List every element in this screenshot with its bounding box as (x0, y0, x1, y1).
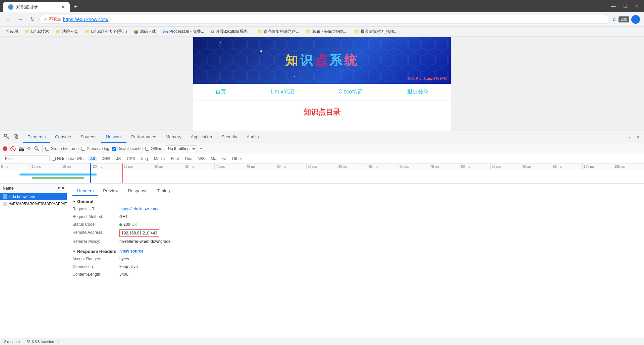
response-headers-section-header[interactable]: ▼ Response Headers view source (72, 249, 639, 254)
tick-15ms: 15 ms (61, 163, 92, 170)
request-url-value[interactable]: https://edu.know.com/ (119, 206, 158, 212)
device-toolbar-button[interactable] (12, 133, 20, 142)
bookmark-source-download[interactable]: 📦 源码下载 (131, 28, 159, 35)
filter-xhr[interactable]: XHR (100, 156, 112, 162)
network-item-1[interactable]: edu.know.com (0, 193, 67, 200)
capture-screenshot-icon[interactable]: 📷 (18, 146, 24, 151)
throttling-select[interactable]: No throttling (165, 145, 197, 152)
tab-console[interactable]: Console (50, 132, 76, 143)
detail-tab-response[interactable]: Response (123, 186, 152, 196)
preserve-log-text: Preserve log (87, 146, 109, 151)
view-source-link[interactable]: view source (120, 249, 144, 254)
filter-doc[interactable]: Doc (183, 156, 194, 162)
disable-cache-checkbox[interactable] (112, 147, 116, 151)
tab-elements[interactable]: Elements (23, 132, 50, 143)
filter-other[interactable]: Other (230, 156, 244, 162)
address-url[interactable]: https://edu.know.com/ (63, 17, 108, 22)
network-item-2[interactable]: %E6%95%B0%E6%8D%AE%E8%.... (0, 200, 67, 208)
request-count: 2 requests (4, 340, 21, 344)
bookmark-linux-commands[interactable]: 📁 Linux命令大全(手...) (82, 28, 130, 35)
tick-60ms: 60 ms (337, 163, 368, 170)
address-input-wrap[interactable]: ⚠ 不安全 https://edu.know.com/ (39, 15, 609, 24)
nav-cisco-notes[interactable]: Cisco笔记 (338, 88, 363, 95)
request-url-row: Request URL: https://edu.know.com/ (72, 206, 639, 212)
bookmark-b2c[interactable]: M 逍遥B2C商城系统... (208, 28, 254, 35)
tab-network[interactable]: Network (101, 132, 127, 143)
forward-button[interactable]: → (16, 15, 25, 24)
back-button[interactable]: ← (4, 15, 13, 24)
bookmark-processon[interactable]: On ProcessOn - 免费... (160, 28, 207, 35)
tab-performance-label: Performance (131, 134, 156, 139)
bookmark-cloud-disk[interactable]: 📁 法院云盘 (53, 28, 81, 35)
title-char-4: 系 (329, 53, 344, 67)
filter-ws[interactable]: WS (196, 156, 207, 162)
tab-performance[interactable]: Performance (126, 132, 161, 143)
tab-network-label: Network (106, 134, 122, 139)
tab-bar: 知识点目录 × + (3, 0, 606, 12)
tab-title: 知识点目录 (16, 4, 38, 10)
filter-tag-all[interactable]: All (88, 156, 98, 161)
general-section-header[interactable]: ▼ General (72, 199, 639, 204)
search-icon[interactable]: 🔍 (34, 146, 40, 151)
tab-memory[interactable]: Memory (161, 132, 186, 143)
maximize-button[interactable]: □ (621, 2, 629, 10)
offline-label[interactable]: Offline (145, 146, 162, 151)
tab-close-button[interactable]: × (62, 4, 64, 10)
detail-tab-timing[interactable]: Timing (152, 186, 175, 196)
bookmark-court[interactable]: 📁 最高法院-执行指挥... (352, 28, 400, 35)
preserve-log-checkbox[interactable] (81, 147, 85, 151)
tab-application[interactable]: Application (186, 132, 217, 143)
group-by-frame-checkbox[interactable] (45, 147, 49, 151)
filter-font[interactable]: Font (169, 156, 181, 162)
bookmark-apps[interactable]: ⊞ 应用 (3, 28, 21, 35)
filter-manifest[interactable]: Manifest (209, 156, 228, 162)
refresh-button[interactable]: ↻ (28, 15, 37, 24)
group-by-frame-text: Group by frame (51, 146, 78, 151)
clear-button[interactable]: 🚫 (10, 146, 16, 151)
group-by-frame-label[interactable]: Group by frame (45, 146, 78, 151)
preserve-log-label[interactable]: Preserve log (81, 146, 109, 151)
filter-css[interactable]: CSS (125, 156, 137, 162)
tab-audits[interactable]: Audits (242, 132, 263, 143)
profile-avatar[interactable]: 👤 (631, 15, 640, 24)
disable-cache-label[interactable]: Disable cache (112, 146, 143, 151)
filter-img[interactable]: Img (139, 156, 150, 162)
inspect-element-button[interactable] (3, 133, 11, 142)
status-green-dot (119, 223, 122, 226)
filter-js[interactable]: JS (114, 156, 123, 162)
content-length-value: 3400 (119, 271, 128, 278)
close-devtools-button[interactable]: ✕ (635, 133, 641, 141)
tab-sources[interactable]: Sources (76, 132, 101, 143)
folder-icon-2: 📁 (56, 29, 61, 34)
request-method-value: GET (119, 214, 128, 220)
filter-input[interactable] (3, 155, 50, 162)
name-sort-icon[interactable]: ▼ ✕ (57, 186, 64, 190)
filter-media[interactable]: Media (152, 156, 167, 162)
glow-dot-3 (399, 44, 400, 45)
nav-logout[interactable]: 退出登录 (407, 88, 429, 95)
tick-20ms: 20 ms (92, 163, 122, 170)
detail-tab-headers[interactable]: Headers (72, 186, 98, 196)
new-tab-button[interactable]: + (71, 2, 80, 12)
offline-checkbox[interactable] (145, 147, 149, 151)
general-section-arrow: ▼ (72, 200, 76, 203)
request-method-row: Request Method: GET (72, 214, 639, 220)
active-tab[interactable]: 知识点目录 × (3, 2, 70, 12)
nav-linux-notes[interactable]: Linux笔记 (271, 88, 294, 95)
hide-data-urls-checkbox[interactable] (52, 157, 56, 161)
bookmark-star-icon[interactable]: ☆ (612, 16, 616, 22)
nav-home[interactable]: 首页 (215, 88, 226, 95)
record-button[interactable] (3, 146, 7, 151)
tab-security[interactable]: Security (217, 132, 242, 143)
tick-30ms: 30 ms (153, 163, 184, 170)
close-window-button[interactable]: ✕ (632, 2, 641, 10)
bookmark-mubu[interactable]: 📁 幕布 - 极简大纲笔... (303, 28, 350, 35)
more-options-button[interactable]: ⋮ (626, 133, 633, 141)
minimize-button[interactable]: — (608, 2, 619, 10)
detail-tab-preview[interactable]: Preview (98, 186, 123, 196)
timeline-ruler: 5 ms 10 ms 15 ms 20 ms 25 ms 30 ms 35 ms… (0, 163, 644, 170)
filter-icon[interactable]: ⚙ (27, 146, 31, 151)
hide-data-urls-label[interactable]: Hide data URLs (52, 156, 86, 161)
bookmark-linux-tech[interactable]: 📁 Linux技术 (22, 28, 52, 35)
bookmark-architect[interactable]: 📁 徐亮僵架构师之路... (255, 28, 302, 35)
